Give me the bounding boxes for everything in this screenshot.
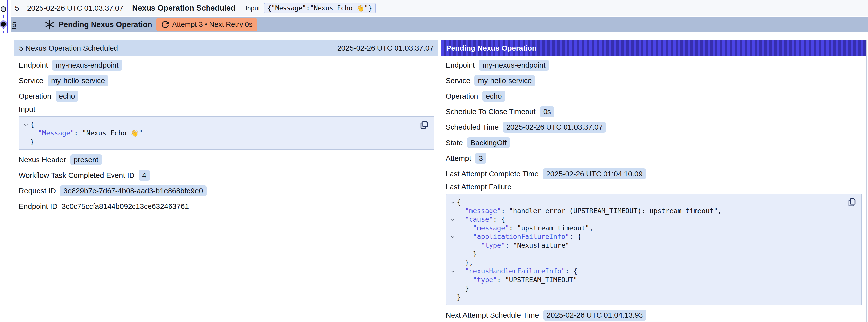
retry-icon	[161, 21, 169, 29]
event-id-link[interactable]: 5	[12, 21, 16, 29]
event-row-scheduled[interactable]: 5 2025-02-26 UTC 01:03:37.07 Nexus Opera…	[11, 0, 868, 16]
collapse-chevron-icon[interactable]	[448, 198, 457, 206]
timeline-dashed-line	[3, 9, 4, 33]
field-value-badge: my-nexus-endpoint	[479, 60, 549, 70]
collapse-chevron-icon[interactable]	[448, 232, 457, 241]
field-value-badge: BackingOff	[467, 137, 510, 148]
event-history-view: 5 2025-02-26 UTC 01:03:37.07 Nexus Opera…	[0, 0, 868, 322]
code-text: {	[457, 198, 461, 206]
copy-icon[interactable]	[846, 197, 858, 208]
failure-section-label: Last Attempt Failure	[445, 182, 862, 192]
event-row-pending-selected[interactable]: 5 Pending Nexus Operation Attempt 3 • Ne…	[11, 17, 868, 32]
pending-operation-panel: Pending Nexus Operation Endpointmy-nexus…	[441, 40, 867, 322]
attempt-badge-text: Attempt 3 • Next Retry 0s	[172, 21, 253, 29]
event-detail-panel: 5 Nexus Operation Scheduled 2025-02-26 U…	[14, 40, 438, 322]
field-row: Servicemy-hello-service	[19, 73, 434, 88]
field-value-badge: 2025-02-26 UTC 01:04:13.93	[543, 310, 646, 321]
field-label: Nexus Header	[19, 156, 66, 164]
collapse-chevron-icon[interactable]	[448, 267, 457, 276]
endpoint-id-link[interactable]: 3c0c75ccfa8144b092c13ce632463761	[62, 202, 189, 211]
code-text: "message": "upstream timeout",	[457, 224, 593, 232]
code-text: "message": "handler error (UPSTREAM_TIME…	[457, 206, 722, 215]
code-gutter	[448, 224, 457, 232]
code-gutter	[448, 241, 457, 250]
code-text: "type": "NexusFailure"	[457, 241, 569, 250]
field-row: Operationecho	[445, 88, 862, 104]
detail-panels: 5 Nexus Operation Scheduled 2025-02-26 U…	[0, 40, 868, 322]
field-label: Attempt	[445, 154, 471, 162]
field-label: Schedule To Close Timeout	[445, 107, 536, 116]
field-value-badge: 3e829b7e-7d67-4b08-aad3-b1e868bfe9e0	[60, 185, 207, 196]
field-label: Workflow Task Completed Event ID	[19, 171, 134, 180]
event-detail-time: 2025-02-26 UTC 01:03:37.07	[337, 44, 434, 52]
code-text: }	[457, 293, 461, 301]
event-detail-title: 5 Nexus Operation Scheduled	[19, 44, 118, 52]
pending-operation-header: Pending Nexus Operation	[441, 40, 866, 56]
field-value-badge: my-hello-service	[48, 75, 108, 86]
field-row: Endpointmy-nexus-endpoint	[445, 57, 862, 73]
code-text: "nexusHandlerFailureInfo": {	[457, 267, 577, 276]
timeline-open-circle-icon	[1, 6, 6, 12]
timeline-current-dot-icon	[1, 22, 6, 27]
event-id-link[interactable]: 5	[15, 4, 19, 12]
code-text: },	[457, 258, 473, 267]
pending-operation-fields: Endpointmy-nexus-endpointServicemy-hello…	[445, 57, 862, 182]
code-line: {	[22, 120, 416, 129]
field-row: Servicemy-hello-service	[445, 73, 862, 88]
code-line: }	[448, 284, 844, 293]
code-line: "message": "handler error (UPSTREAM_TIME…	[448, 206, 844, 215]
field-label: Operation	[445, 92, 478, 100]
code-text: }	[457, 250, 477, 258]
field-label: Last Attempt Complete Time	[445, 170, 538, 178]
input-section-label: Input	[19, 104, 434, 115]
field-row: Schedule To Close Timeout0s	[445, 104, 862, 119]
code-line: "type": "NexusFailure"	[448, 241, 844, 250]
event-rows: 5 2025-02-26 UTC 01:03:37.07 Nexus Opera…	[11, 0, 868, 32]
field-label: Operation	[19, 92, 51, 100]
code-gutter	[22, 129, 30, 137]
field-value-badge: my-hello-service	[474, 75, 535, 86]
failure-json-viewer: { "message": "handler error (UPSTREAM_TI…	[445, 194, 862, 305]
event-detail-fields: Endpointmy-nexus-endpointServicemy-hello…	[19, 57, 434, 104]
field-label: Request ID	[19, 187, 56, 195]
pending-title: Pending Nexus Operation	[59, 20, 152, 29]
code-line: {	[448, 198, 844, 206]
field-value-badge: echo	[483, 91, 505, 102]
field-row: Attempt3	[445, 151, 862, 166]
field-value-badge: 2025-02-26 UTC 01:03:37.07	[503, 122, 606, 133]
code-line: "message": "upstream timeout",	[448, 224, 844, 232]
code-line: }	[448, 293, 844, 301]
field-row: Endpoint ID3c0c75ccfa8144b092c13ce632463…	[19, 198, 434, 214]
code-gutter	[22, 137, 30, 146]
field-label: Scheduled Time	[445, 123, 499, 131]
field-label: Service	[445, 76, 470, 85]
field-row: Endpointmy-nexus-endpoint	[19, 57, 434, 73]
code-gutter	[448, 293, 457, 301]
code-text: "type": "UPSTREAM_TIMEOUT"	[457, 276, 577, 284]
code-text: "applicationFailureInfo": {	[457, 232, 581, 241]
pending-operation-fields: Next Attempt Schedule Time2025-02-26 UTC…	[445, 307, 862, 322]
field-label: Endpoint	[19, 61, 48, 69]
code-line: "type": "UPSTREAM_TIMEOUT"	[448, 276, 844, 284]
event-title: Nexus Operation Scheduled	[132, 4, 236, 12]
field-row: Next Attempt Schedule Time2025-02-26 UTC…	[445, 307, 862, 322]
collapse-chevron-icon[interactable]	[448, 215, 457, 224]
code-gutter	[448, 258, 457, 267]
pending-operation-title: Pending Nexus Operation	[446, 44, 537, 52]
field-label: Next Attempt Schedule Time	[445, 311, 539, 319]
field-label: State	[445, 138, 463, 147]
collapse-chevron-icon[interactable]	[22, 120, 30, 129]
field-label: Endpoint	[445, 61, 475, 69]
timeline-rail	[0, 0, 11, 60]
field-row: Operationecho	[19, 88, 434, 104]
field-row: Nexus Headerpresent	[19, 152, 434, 167]
input-inline-label: Input	[246, 4, 260, 12]
code-line: }	[22, 137, 416, 146]
copy-icon[interactable]	[419, 120, 430, 130]
event-detail-header: 5 Nexus Operation Scheduled 2025-02-26 U…	[14, 40, 438, 56]
input-preview-badge: {"Message":"Nexus Echo 👋"}	[264, 3, 375, 13]
attempt-retry-badge: Attempt 3 • Next Retry 0s	[156, 19, 257, 31]
field-label: Endpoint ID	[19, 202, 58, 211]
field-value-badge: present	[70, 154, 102, 165]
field-value-badge: 0s	[540, 106, 555, 117]
